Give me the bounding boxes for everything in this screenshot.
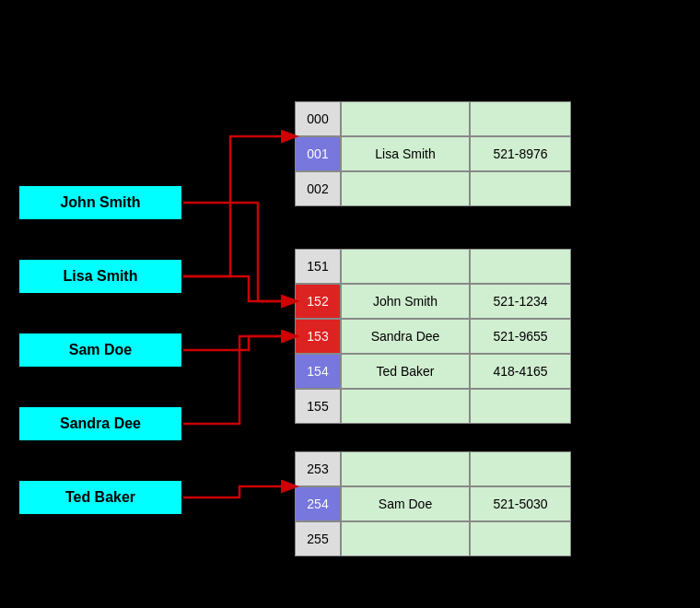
hash-phone-254: 521-5030 [470,486,571,521]
person-sandra-dee: Sandra Dee [18,405,183,442]
hash-name-001: Lisa Smith [341,136,470,171]
hash-index-253: 253 [295,451,341,486]
hash-phone-154: 418-4165 [470,354,571,389]
hash-row-151: 151 [295,249,571,284]
arrow-lisa-to-001 [183,136,295,276]
hash-row-253: 253 [295,451,571,486]
hash-row-000: 000 [295,101,571,136]
hash-phone-001: 521-8976 [470,136,571,171]
hash-name-000 [341,101,470,136]
hash-index-000: 000 [295,101,341,136]
person-john-smith: John Smith [18,184,183,221]
hash-row-001: 001 Lisa Smith 521-8976 [295,136,571,171]
hash-name-152: John Smith [341,284,470,319]
hash-group-2: 151 152 John Smith 521-1234 153 Sandra D… [295,249,571,424]
hash-phone-151 [470,249,571,284]
hash-phone-253 [470,451,571,486]
hash-row-153: 153 Sandra Dee 521-9655 [295,319,571,354]
hash-row-155: 155 [295,389,571,424]
arrow-sam-to-153 [183,336,295,350]
arrow-sandra-to-153 [183,336,295,424]
hash-name-151 [341,249,470,284]
hash-name-154: Ted Baker [341,354,470,389]
person-ted-baker: Ted Baker [18,479,183,516]
hash-row-154: 154 Ted Baker 418-4165 [295,354,571,389]
person-lisa-smith: Lisa Smith [18,258,183,295]
hash-index-151: 151 [295,249,341,284]
hash-index-155: 155 [295,389,341,424]
hash-phone-153: 521-9655 [470,319,571,354]
hash-name-255 [341,521,470,556]
hash-row-002: 002 [295,171,571,206]
hash-name-254: Sam Doe [341,486,470,521]
hash-row-255: 255 [295,521,571,556]
hash-group-1: 000 001 Lisa Smith 521-8976 002 [295,101,571,206]
arrow-ted-to-254 [183,486,295,497]
person-sam-doe: Sam Doe [18,332,183,368]
hash-index-153: 153 [295,319,341,354]
hash-phone-255 [470,521,571,556]
hash-name-253 [341,451,470,486]
hash-name-155 [341,389,470,424]
hash-phone-000 [470,101,571,136]
hash-name-002 [341,171,470,206]
hash-index-255: 255 [295,521,341,556]
hash-phone-155 [470,389,571,424]
hash-name-153: Sandra Dee [341,319,470,354]
arrow-lisa-to-152 [183,276,295,301]
hash-index-152: 152 [295,284,341,319]
hash-phone-152: 521-1234 [470,284,571,319]
hash-index-154: 154 [295,354,341,389]
arrow-john-to-152 [183,203,295,301]
hash-row-254: 254 Sam Doe 521-5030 [295,486,571,521]
hash-row-152: 152 John Smith 521-1234 [295,284,571,319]
main-canvas: John Smith Lisa Smith Sam Doe Sandra Dee… [0,0,700,608]
hash-index-254: 254 [295,486,341,521]
hash-index-002: 002 [295,171,341,206]
hash-group-3: 253 254 Sam Doe 521-5030 255 [295,451,571,556]
hash-index-001: 001 [295,136,341,171]
hash-phone-002 [470,171,571,206]
